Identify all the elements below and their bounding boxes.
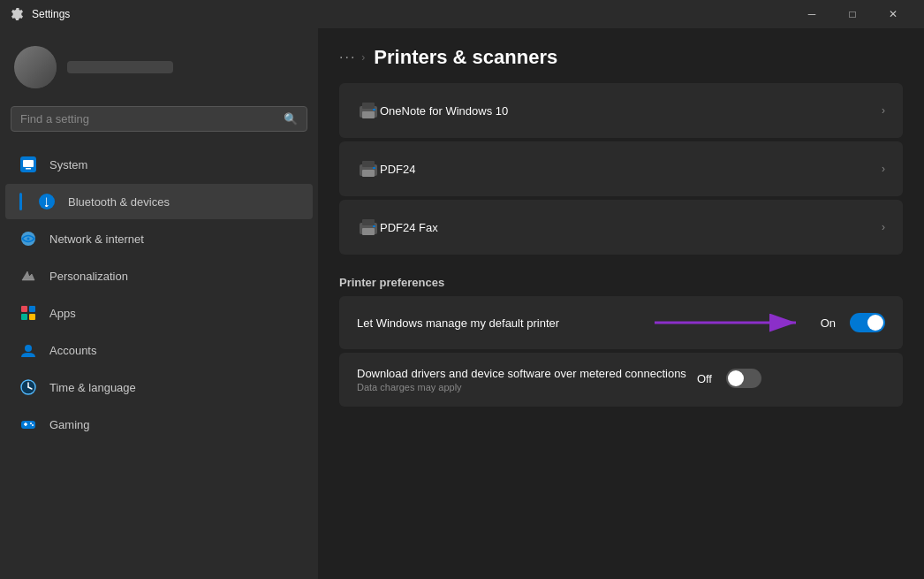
accounts-icon xyxy=(19,341,37,359)
svg-rect-24 xyxy=(373,109,375,110)
svg-point-6 xyxy=(27,238,30,240)
setting-label-group-1: Download drivers and device software ove… xyxy=(357,367,686,392)
svg-point-11 xyxy=(25,345,32,352)
bluetooth-icon: ⭣ xyxy=(38,193,56,210)
network-icon xyxy=(19,230,37,248)
printer-label-1: PDF24 xyxy=(380,163,882,176)
time-icon xyxy=(19,378,37,396)
printer-icon-2 xyxy=(357,216,380,239)
breadcrumb-separator: › xyxy=(361,51,365,64)
avatar xyxy=(14,46,57,88)
printer-label-0: OneNote for Windows 10 xyxy=(380,104,882,118)
sidebar-item-accounts[interactable]: Accounts xyxy=(5,332,313,368)
avatar-image xyxy=(14,46,57,88)
search-input[interactable] xyxy=(20,112,276,126)
setting-label-0: Let Windows manage my default printer xyxy=(357,316,644,330)
settings-icon xyxy=(11,7,25,21)
sidebar-label-system: System xyxy=(49,158,87,171)
svg-rect-8 xyxy=(29,306,35,312)
printer-card-2[interactable]: PDF24 Fax › xyxy=(339,200,903,255)
svg-rect-9 xyxy=(21,314,27,320)
breadcrumb-dots[interactable]: ··· xyxy=(339,50,356,65)
printer-card-0[interactable]: OneNote for Windows 10 › xyxy=(339,83,903,138)
svg-rect-27 xyxy=(362,161,375,167)
sidebar-item-system[interactable]: System xyxy=(5,147,313,182)
sidebar-label-bluetooth: Bluetooth & devices xyxy=(68,195,170,209)
titlebar-left: Settings xyxy=(11,7,70,21)
search-icon: 🔍 xyxy=(284,112,298,126)
setting-label-1: Download drivers and device software ove… xyxy=(357,367,686,380)
toggle-thumb-0 xyxy=(867,315,883,331)
svg-rect-10 xyxy=(29,314,35,320)
section-header: Printer preferences xyxy=(339,258,903,296)
close-button[interactable]: ✕ xyxy=(873,0,913,28)
svg-rect-30 xyxy=(362,228,375,235)
app-title: Settings xyxy=(32,8,70,20)
svg-rect-26 xyxy=(362,170,375,177)
svg-point-20 xyxy=(32,424,34,426)
active-indicator xyxy=(19,193,22,210)
svg-rect-23 xyxy=(362,103,375,109)
toggle-1[interactable] xyxy=(726,369,761,388)
printer-card-1[interactable]: PDF24 › xyxy=(339,141,903,196)
chevron-icon-0: › xyxy=(882,104,885,117)
sidebar-label-network: Network & internet xyxy=(49,232,144,246)
sidebar-label-accounts: Accounts xyxy=(49,344,96,357)
breadcrumb: ··· › Printers & scanners xyxy=(339,28,903,83)
profile-name xyxy=(67,61,173,73)
setting-status-0: On xyxy=(821,316,836,330)
setting-status-1: Off xyxy=(697,372,712,385)
svg-rect-1 xyxy=(23,160,34,167)
sidebar-item-network[interactable]: Network & internet xyxy=(5,221,313,256)
sidebar-item-bluetooth[interactable]: ⭣ Bluetooth & devices xyxy=(5,184,313,219)
app-body: 🔍 System ⭣ Bluetooth & devices xyxy=(0,28,924,579)
toggle-thumb-1 xyxy=(728,370,744,386)
titlebar: Settings ─ □ ✕ xyxy=(0,0,924,28)
arrow-container: On xyxy=(655,310,885,335)
personalization-icon xyxy=(19,267,37,285)
printer-label-2: PDF24 Fax xyxy=(380,221,882,234)
svg-rect-7 xyxy=(21,306,27,312)
search-box[interactable]: 🔍 xyxy=(11,106,307,132)
svg-point-19 xyxy=(30,423,32,424)
sidebar-label-gaming: Gaming xyxy=(49,418,90,431)
sidebar-item-personalization[interactable]: Personalization xyxy=(5,258,313,293)
maximize-button[interactable]: □ xyxy=(832,0,873,28)
printer-icon-1 xyxy=(357,157,380,180)
svg-rect-2 xyxy=(26,168,31,170)
printer-icon-0 xyxy=(357,99,380,122)
sidebar-label-apps: Apps xyxy=(49,307,76,320)
gaming-icon xyxy=(19,415,37,433)
page-title: Printers & scanners xyxy=(374,46,557,69)
titlebar-controls: ─ □ ✕ xyxy=(791,0,913,28)
svg-rect-32 xyxy=(373,225,375,227)
chevron-icon-2: › xyxy=(882,221,885,233)
main-content: ··· › Printers & scanners OneNote for Wi… xyxy=(318,28,924,579)
setting-row-1: Download drivers and device software ove… xyxy=(339,353,903,407)
svg-rect-31 xyxy=(362,219,375,225)
toggle-0[interactable] xyxy=(850,313,885,332)
svg-rect-28 xyxy=(373,167,375,169)
setting-row-0: Let Windows manage my default printer On xyxy=(339,296,903,349)
setting-sublabel-1: Data charges may apply xyxy=(357,382,686,392)
sidebar-item-time[interactable]: Time & language xyxy=(5,369,313,405)
profile-area xyxy=(0,28,318,99)
system-icon xyxy=(19,156,37,173)
sidebar-item-gaming[interactable]: Gaming xyxy=(5,407,313,442)
sidebar: 🔍 System ⭣ Bluetooth & devices xyxy=(0,28,318,579)
minimize-button[interactable]: ─ xyxy=(791,0,832,28)
chevron-icon-1: › xyxy=(882,163,885,175)
apps-icon xyxy=(19,304,37,322)
sidebar-item-apps[interactable]: Apps xyxy=(5,295,313,331)
sidebar-label-time: Time & language xyxy=(49,381,136,394)
sidebar-label-personalization: Personalization xyxy=(49,270,128,283)
svg-text:⭣: ⭣ xyxy=(42,196,52,209)
annotation-arrow xyxy=(655,310,814,335)
svg-rect-22 xyxy=(362,111,375,118)
setting-controls-1: Off xyxy=(697,369,761,388)
